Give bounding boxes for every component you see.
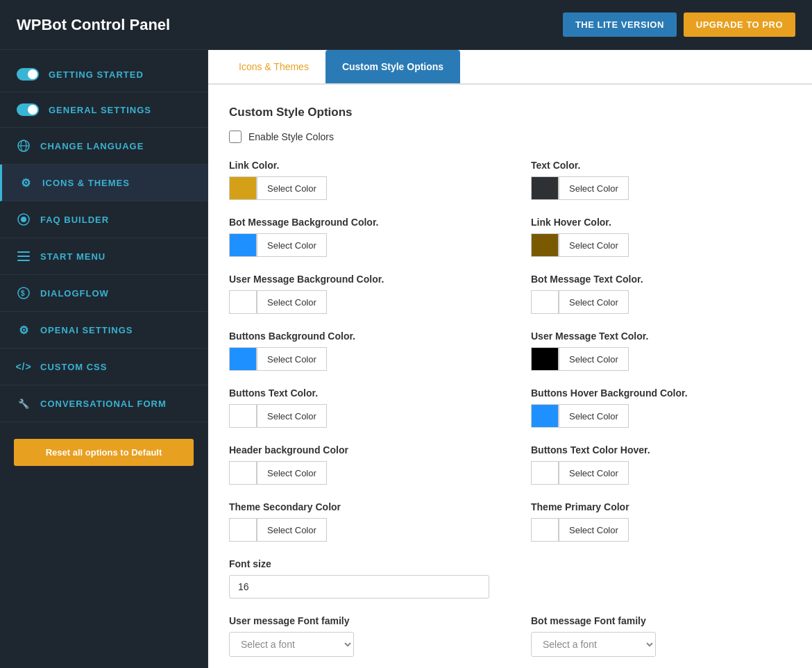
sidebar-item-label: DIALOGFLOW [40, 288, 109, 299]
theme-primary-btn[interactable]: Select Color [559, 518, 629, 542]
header: WPBot Control Panel THE LITE VERSION UPG… [0, 0, 812, 50]
upgrade-button[interactable]: UPGRADE TO PRO [684, 12, 795, 37]
color-options-grid: Link Color. Select Color Text Color. Sel… [229, 160, 791, 668]
user-font-label: User message Font family [229, 615, 489, 626]
sidebar-item-custom-css[interactable]: </> CUSTOM CSS [0, 349, 208, 385]
sidebar-item-start-menu[interactable]: START MENU [0, 238, 208, 275]
link-hover-picker: Select Color [531, 233, 791, 257]
svg-text:$: $ [21, 290, 26, 297]
user-msg-text-swatch [531, 347, 559, 371]
color-option-text-color: Text Color. Select Color [531, 160, 791, 200]
tab-custom-style-options[interactable]: Custom Style Options [325, 50, 460, 83]
bot-msg-bg-picker: Select Color [229, 233, 489, 257]
sidebar-item-faq-builder[interactable]: FAQ BUILDER [0, 201, 208, 238]
bot-font-option: Bot message Font family Select a font [531, 615, 791, 657]
theme-secondary-picker: Select Color [229, 518, 489, 542]
sidebar-item-label: ICONS & THEMES [42, 178, 130, 188]
text-color-label: Text Color. [531, 160, 791, 171]
text-color-btn[interactable]: Select Color [559, 176, 629, 200]
bot-msg-bg-swatch [229, 233, 257, 257]
bot-msg-text-btn[interactable]: Select Color [559, 290, 629, 314]
buttons-hover-bg-swatch [531, 404, 559, 428]
sidebar-item-label: GENERAL SETTINGS [49, 105, 151, 115]
color-option-buttons-text-hover: Buttons Text Color Hover. Select Color [531, 444, 791, 485]
header-bg-swatch [229, 461, 257, 485]
theme-secondary-swatch [229, 518, 257, 542]
user-font-option: User message Font family Select a font [229, 615, 489, 657]
color-option-user-msg-bg: User Message Background Color. Select Co… [229, 274, 489, 314]
font-size-label: Font size [229, 558, 489, 569]
svg-point-4 [21, 217, 26, 222]
buttons-bg-picker: Select Color [229, 347, 489, 371]
buttons-text-btn[interactable]: Select Color [257, 404, 327, 428]
link-hover-label: Link Hover Color. [531, 217, 791, 228]
toggle-icon [17, 103, 39, 116]
theme-secondary-label: Theme Secondary Color [229, 501, 489, 512]
color-option-link-hover: Link Hover Color. Select Color [531, 217, 791, 257]
sidebar: GETTING STARTED GENERAL SETTINGS CHANGE … [0, 50, 208, 668]
toggle-icon [17, 68, 39, 81]
globe-icon [17, 139, 31, 153]
header-buttons: THE LITE VERSION UPGRADE TO PRO [563, 12, 795, 37]
user-msg-bg-label: User Message Background Color. [229, 274, 489, 285]
sidebar-item-general-settings[interactable]: GENERAL SETTINGS [0, 92, 208, 128]
sidebar-item-label: CONVERSATIONAL FORM [40, 399, 167, 409]
user-font-select[interactable]: Select a font [229, 632, 354, 657]
gear-icon: ⚙ [19, 176, 33, 190]
sidebar-item-openai-settings[interactable]: ⚙ OPENAI SETTINGS [0, 312, 208, 349]
color-option-theme-primary: Theme Primary Color Select Color [531, 501, 791, 542]
tab-icons-themes[interactable]: Icons & Themes [222, 50, 325, 83]
bot-msg-text-label: Bot Message Text Color. [531, 274, 791, 285]
link-color-btn[interactable]: Select Color [257, 176, 327, 200]
enable-row: Enable Style Colors [229, 131, 791, 143]
header-bg-btn[interactable]: Select Color [257, 461, 327, 485]
buttons-text-label: Buttons Text Color. [229, 387, 489, 399]
theme-primary-swatch [531, 518, 559, 542]
section-title: Custom Style Options [229, 106, 791, 119]
content-body: Custom Style Options Enable Style Colors… [208, 85, 812, 668]
enable-style-colors-checkbox[interactable] [229, 131, 242, 143]
user-msg-bg-picker: Select Color [229, 290, 489, 314]
link-hover-btn[interactable]: Select Color [559, 233, 629, 257]
bot-msg-text-picker: Select Color [531, 290, 791, 314]
color-option-buttons-bg: Buttons Background Color. Select Color [229, 331, 489, 371]
buttons-bg-swatch [229, 347, 257, 371]
gear-icon: ⚙ [17, 323, 31, 337]
user-msg-text-btn[interactable]: Select Color [559, 347, 629, 371]
sidebar-item-label: CHANGE LANGUAGE [40, 141, 144, 151]
sidebar-item-getting-started[interactable]: GETTING STARTED [0, 57, 208, 92]
buttons-hover-bg-picker: Select Color [531, 404, 791, 428]
sidebar-item-label: START MENU [40, 251, 105, 262]
buttons-text-picker: Select Color [229, 404, 489, 428]
bot-font-select[interactable]: Select a font [531, 632, 656, 657]
theme-secondary-btn[interactable]: Select Color [257, 518, 327, 542]
buttons-bg-btn[interactable]: Select Color [257, 347, 327, 371]
sidebar-item-dialogflow[interactable]: $ DIALOGFLOW [0, 275, 208, 312]
font-size-input[interactable] [229, 575, 489, 599]
lite-version-button[interactable]: THE LITE VERSION [563, 12, 677, 37]
bot-font-label: Bot message Font family [531, 615, 791, 626]
sidebar-item-change-language[interactable]: CHANGE LANGUAGE [0, 128, 208, 165]
buttons-text-swatch [229, 404, 257, 428]
buttons-text-hover-swatch [531, 461, 559, 485]
buttons-hover-bg-label: Buttons Hover Background Color. [531, 387, 791, 399]
bot-msg-bg-label: Bot Message Background Color. [229, 217, 489, 228]
enable-label: Enable Style Colors [248, 131, 334, 142]
buttons-text-hover-btn[interactable]: Select Color [559, 461, 629, 485]
theme-primary-label: Theme Primary Color [531, 501, 791, 512]
svg-rect-7 [17, 260, 30, 261]
sidebar-item-label: FAQ BUILDER [40, 215, 109, 225]
user-msg-text-picker: Select Color [531, 347, 791, 371]
link-color-swatch [229, 176, 257, 200]
bot-msg-bg-btn[interactable]: Select Color [257, 233, 327, 257]
code-icon: </> [17, 360, 31, 374]
header-bg-picker: Select Color [229, 461, 489, 485]
reset-button[interactable]: Reset all options to Default [14, 439, 194, 466]
sidebar-item-icons-themes[interactable]: ⚙ ICONS & THEMES [0, 165, 208, 201]
sidebar-item-conversational-form[interactable]: 🔧 CONVERSATIONAL FORM [0, 385, 208, 422]
user-msg-bg-btn[interactable]: Select Color [257, 290, 327, 314]
buttons-hover-bg-btn[interactable]: Select Color [559, 404, 629, 428]
theme-primary-picker: Select Color [531, 518, 791, 542]
buttons-text-hover-label: Buttons Text Color Hover. [531, 444, 791, 456]
bot-msg-text-swatch [531, 290, 559, 314]
